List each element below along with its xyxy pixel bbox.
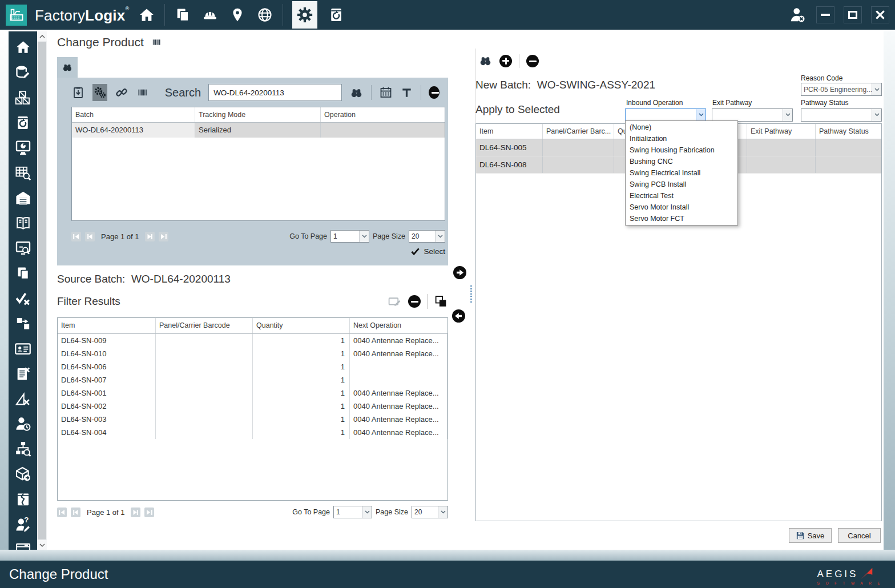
location-pin-icon[interactable] [228, 5, 247, 25]
table-row[interactable]: DL64-SN-007 1 [58, 373, 448, 386]
first-page-icon[interactable] [71, 232, 81, 241]
table-row[interactable]: DL64-SN-010 1 0040 Antennae Replace... [58, 347, 448, 360]
column-header[interactable]: Item [58, 318, 156, 333]
table-row[interactable]: DL64-SN-001 1 0040 Antennae Replace... [58, 386, 448, 400]
copy-icon[interactable] [173, 5, 192, 25]
operation-menu-item[interactable]: Servo Motor Install [626, 202, 737, 213]
hard-hat-icon[interactable] [200, 5, 220, 25]
operation-menu-item[interactable]: Servo Motor FCT [626, 213, 737, 224]
scroll-up-icon[interactable] [37, 31, 47, 41]
chevron-down-icon[interactable] [872, 83, 881, 95]
page-size-select[interactable]: 20 [409, 230, 445, 243]
text-tool-icon[interactable] [400, 86, 413, 99]
minimize-button[interactable] [816, 6, 834, 23]
measure-remove-icon[interactable] [14, 390, 32, 408]
user-logout-icon[interactable] [788, 5, 807, 25]
inbound-operation-select[interactable] [625, 107, 706, 120]
page-size-select[interactable]: 20 [412, 506, 448, 518]
reason-code-select[interactable]: PCR-05 Engineering... [801, 83, 882, 96]
last-page-icon[interactable] [144, 508, 154, 517]
table-row[interactable]: DL64-SN-003 1 0040 Antennae Replace... [58, 413, 448, 426]
table-row[interactable]: DL64-SN-009 1 0040 Antennae Replace... [58, 334, 448, 347]
documents-icon[interactable] [14, 264, 32, 282]
home-icon[interactable] [14, 38, 32, 56]
chevron-down-icon[interactable] [872, 109, 881, 121]
remove-icon[interactable] [408, 295, 421, 308]
column-header[interactable]: Tracking Mode [195, 107, 321, 122]
chevron-down-icon[interactable] [362, 506, 372, 518]
home-icon[interactable] [137, 5, 156, 25]
scrollbar-thumb[interactable] [38, 42, 46, 539]
warehouse-icon[interactable] [14, 189, 32, 207]
column-header[interactable]: Pathway Status [816, 124, 881, 139]
move-item-icon[interactable] [14, 315, 32, 332]
exit-pathway-select[interactable] [712, 107, 793, 120]
add-icon[interactable] [499, 55, 512, 67]
barcode-icon[interactable] [136, 87, 150, 98]
column-header[interactable]: Panel/Carrier Barcode [156, 318, 253, 333]
clear-icon[interactable] [429, 86, 440, 99]
move-right-button[interactable] [453, 266, 466, 279]
restore-book-icon[interactable] [326, 5, 346, 25]
chevron-down-icon[interactable] [438, 506, 448, 518]
prev-page-icon[interactable] [71, 508, 80, 517]
column-header[interactable]: Quantity [253, 318, 350, 333]
documentation-icon[interactable] [14, 214, 32, 232]
next-page-icon[interactable] [131, 508, 140, 517]
operation-menu-item[interactable]: (None) [626, 122, 737, 133]
person-time-icon[interactable] [14, 415, 32, 433]
chevron-down-icon[interactable] [696, 109, 705, 121]
pathway-status-select[interactable] [801, 107, 882, 120]
package-route-icon[interactable] [14, 465, 32, 483]
operation-menu-item[interactable]: Initialization [626, 133, 737, 144]
chevron-down-icon[interactable] [435, 231, 445, 242]
operation-menu-item[interactable]: Bushing CNC [626, 156, 737, 167]
settings-gear-icon[interactable] [292, 1, 317, 29]
chevron-down-icon[interactable] [783, 109, 792, 121]
org-search-icon[interactable] [14, 440, 32, 458]
next-page-icon[interactable] [145, 232, 155, 241]
table-search-icon[interactable] [14, 164, 32, 182]
column-header[interactable]: Panel/Carrier Barc... [543, 124, 614, 139]
table-row[interactable]: DL64-SN-006 1 [58, 360, 448, 373]
maximize-button[interactable] [844, 6, 862, 23]
crates-icon[interactable] [14, 88, 32, 106]
column-header[interactable]: Batch [72, 107, 195, 122]
operator-assist-icon[interactable]: ? [14, 515, 32, 533]
globe-icon[interactable] [255, 5, 275, 25]
terminal-icon[interactable] [14, 541, 32, 550]
column-header[interactable]: Item [476, 124, 543, 139]
table-row[interactable]: DL64-SN-004 1 0040 Antennae Replace... [58, 426, 448, 439]
link-icon[interactable] [115, 86, 128, 99]
settings-gears-icon[interactable] [92, 84, 107, 101]
table-row[interactable]: WO-DL64-20200113 Serialized [72, 123, 445, 138]
save-button[interactable]: Save [789, 528, 832, 543]
sidebar-scrollbar[interactable] [37, 31, 47, 550]
operation-menu-item[interactable]: Electrical Test [626, 190, 737, 202]
goto-page-select[interactable]: 1 [330, 230, 369, 243]
clipboard-import-icon[interactable] [71, 86, 85, 99]
chevron-down-icon[interactable] [359, 231, 369, 242]
remove-icon[interactable] [526, 55, 539, 67]
operation-menu-item[interactable]: Swing Electrical Install [626, 167, 737, 179]
scroll-down-icon[interactable] [37, 540, 47, 550]
swap-panels-icon[interactable] [434, 295, 448, 309]
select-button[interactable]: Select [71, 247, 445, 256]
binoculars-icon[interactable] [349, 86, 364, 100]
binoculars-icon[interactable] [478, 54, 493, 68]
operation-menu-item[interactable]: Swing Housing Fabrication [626, 144, 737, 156]
column-header[interactable]: Operation [321, 107, 445, 122]
database-edit-icon[interactable] [14, 63, 32, 81]
batch-history-icon[interactable] [14, 114, 32, 131]
pass-fail-icon[interactable] [14, 289, 32, 307]
last-page-icon[interactable] [159, 232, 168, 241]
monitor-analytics-icon[interactable] [14, 139, 32, 156]
goto-page-select[interactable]: 1 [333, 506, 372, 518]
column-header[interactable]: Next Operation [350, 318, 448, 333]
id-card-icon[interactable] [14, 340, 32, 357]
calendar-icon[interactable] [379, 86, 393, 99]
operation-menu-item[interactable]: Swing PCB Install [626, 179, 737, 190]
close-button[interactable] [871, 6, 889, 23]
table-row[interactable]: DL64-SN-002 1 0040 Antennae Replace... [58, 400, 448, 413]
cancel-button[interactable]: Cancel [838, 528, 881, 543]
